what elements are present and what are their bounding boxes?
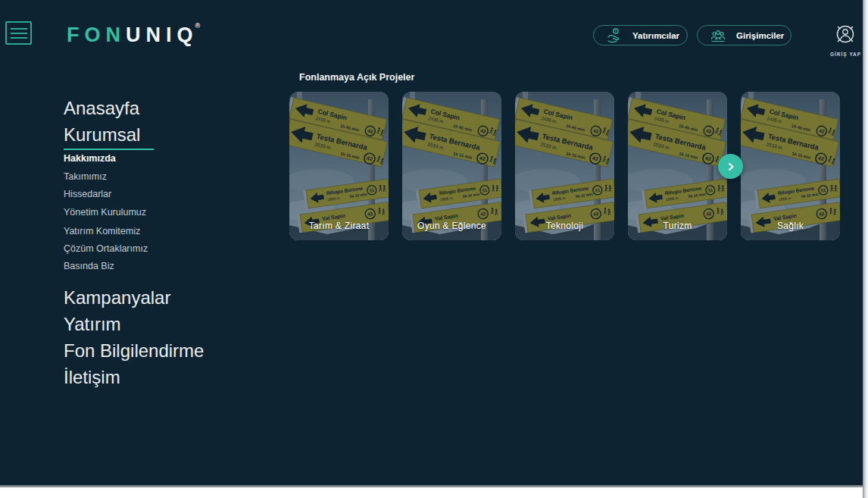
hamburger-line	[11, 33, 27, 34]
signpost-photo	[628, 92, 727, 240]
active-nav-underline	[64, 149, 154, 150]
subnav-item-takimimiz[interactable]: Takımımız	[64, 171, 107, 182]
registered-mark: ®	[195, 22, 201, 30]
project-card-saglik[interactable]: Sağlık	[741, 92, 840, 240]
user-target-icon	[832, 21, 859, 47]
entrepreneurs-button-label: Girişimciler	[736, 31, 784, 40]
subnav-item-hissedarlar[interactable]: Hissedarlar	[64, 189, 111, 199]
project-card-label: Tarım & Ziraat	[289, 221, 389, 231]
investors-button-label: Yatırımcılar	[632, 31, 679, 40]
project-cards-row: Tarım & Ziraat Oyun & Eğlence Teknoloji …	[289, 92, 840, 240]
hamburger-menu-button[interactable]	[5, 21, 32, 45]
entrepreneurs-button[interactable]: Girişimciler	[697, 25, 792, 45]
login-button[interactable]: GİRİŞ YAP	[830, 21, 860, 57]
project-card-tarim-ziraat[interactable]: Tarım & Ziraat	[289, 92, 389, 240]
project-card-label: Turizm	[628, 221, 727, 231]
project-card-teknoloji[interactable]: Teknoloji	[515, 92, 614, 240]
hamburger-line	[11, 28, 27, 30]
nav-item-anasayfa[interactable]: Anasayfa	[64, 98, 139, 119]
signpost-photo	[741, 92, 840, 240]
logo-text-secondary: UNIQ	[126, 23, 198, 46]
chevron-right-icon	[726, 161, 736, 172]
project-card-label: Sağlık	[741, 221, 840, 231]
carousel-next-button[interactable]	[718, 154, 743, 179]
project-card-label: Teknoloji	[515, 221, 614, 231]
page-background: FONUNIQ® Yatırımcılar Girişimciler	[0, 0, 863, 485]
signpost-photo	[289, 92, 389, 240]
investor-hand-coin-icon	[605, 27, 623, 45]
projects-section-title: Fonlanmaya Açık Projeler	[299, 72, 414, 83]
subnav-item-cozum-ortaklarimiz[interactable]: Çözüm Ortaklarımız	[64, 243, 148, 254]
signpost-photo	[515, 92, 614, 240]
signpost-photo	[402, 92, 501, 240]
fonuniq-logo[interactable]: FONUNIQ®	[67, 22, 200, 47]
subnav-item-basinda-biz[interactable]: Basında Biz	[64, 261, 114, 271]
subnav-item-yonetim-kurulumuz[interactable]: Yönetim Kurulumuz	[64, 207, 146, 218]
subnav-item-hakkimizda[interactable]: Hakkımızda	[64, 153, 116, 164]
investors-button[interactable]: Yatırımcılar	[593, 25, 688, 45]
window-right-edge	[863, 0, 868, 498]
nav-item-yatirim[interactable]: Yatırım	[64, 314, 121, 335]
hamburger-line	[11, 37, 27, 39]
page-bottom-edge	[0, 485, 863, 487]
nav-item-kurumsal[interactable]: Kurumsal	[64, 124, 140, 146]
login-button-label: GİRİŞ YAP	[830, 52, 860, 57]
project-card-turizm[interactable]: Turizm	[628, 92, 727, 240]
nav-item-fon-bilgilendirme[interactable]: Fon Bilgilendirme	[64, 340, 204, 362]
logo-text-primary: FON	[67, 23, 126, 46]
project-card-label: Oyun & Eğlence	[402, 221, 501, 231]
subnav-item-yatirim-komitemiz[interactable]: Yatırım Komitemiz	[64, 226, 140, 236]
project-card-oyun-eglence[interactable]: Oyun & Eğlence	[402, 92, 501, 240]
nav-item-kampanyalar[interactable]: Kampanyalar	[64, 287, 170, 309]
entrepreneur-people-icon	[709, 27, 727, 45]
nav-item-iletisim[interactable]: İletişim	[64, 367, 120, 388]
